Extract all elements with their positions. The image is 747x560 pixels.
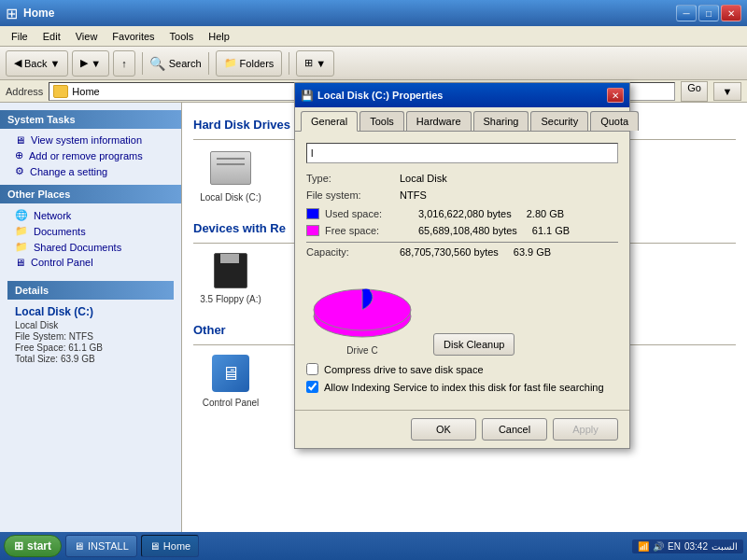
used-color-swatch xyxy=(306,208,319,219)
view-button[interactable]: ⊞ ▼ xyxy=(296,50,334,77)
index-checkbox[interactable] xyxy=(306,381,318,393)
toolbar: ◀ Back ▼ ▶ ▼ ↑ 🔍 Search 📁 Folders ⊞ ▼ xyxy=(0,47,747,80)
sidebar-item-network-label: Network xyxy=(34,210,71,221)
details-name: Local Disk (C:) xyxy=(7,305,174,320)
view-system-icon: 🖥 xyxy=(15,134,25,146)
search-icon: 🔍 xyxy=(149,56,165,71)
sidebar-item-shared-documents[interactable]: 📁 Shared Documents xyxy=(0,239,181,255)
drive-label: Drive C xyxy=(306,345,418,356)
address-go-button[interactable]: Go xyxy=(681,81,708,102)
free-row: Free space: 65,689,108,480 bytes 61.1 GB xyxy=(306,225,618,236)
capacity-label: Capacity: xyxy=(306,246,400,258)
sidebar-item-view-system[interactable]: 🖥 View system information xyxy=(0,133,181,147)
dialog-buttons: OK Cancel Apply xyxy=(295,410,629,448)
menu-file[interactable]: File xyxy=(4,29,35,44)
disk-cleanup-button[interactable]: Disk Cleanup xyxy=(433,333,514,356)
tab-hardware[interactable]: Hardware xyxy=(406,111,472,131)
sidebar-item-control-panel-label: Control Panel xyxy=(31,257,93,268)
free-label: Free space: xyxy=(325,225,418,236)
other-places-section: Other Places 🌐 Network 📁 Documents 📁 Sha… xyxy=(0,185,181,270)
up-arrow-icon: ↑ xyxy=(121,58,127,69)
menu-favorites[interactable]: Favorites xyxy=(105,29,162,44)
taskbar-home-label: Home xyxy=(163,540,190,552)
tab-general[interactable]: General xyxy=(301,111,358,132)
dialog-close-button[interactable]: ✕ xyxy=(607,88,624,103)
sidebar-item-documents-label: Documents xyxy=(34,226,86,237)
forward-button[interactable]: ▶ ▼ xyxy=(72,50,109,77)
local-disk-item[interactable]: Local Disk (C:) xyxy=(193,147,268,203)
floppy-label: 3.5 Floppy (A:) xyxy=(200,294,261,304)
local-disk-label: Local Disk (C:) xyxy=(200,192,261,203)
menu-view[interactable]: View xyxy=(68,29,106,44)
index-checkbox-row: Allow Indexing Service to index this dis… xyxy=(306,381,618,393)
type-label: Type: xyxy=(306,173,400,184)
taskbar-install[interactable]: 🖥 INSTALL xyxy=(65,535,137,557)
start-label: start xyxy=(27,539,51,553)
back-button[interactable]: ◀ Back ▼ xyxy=(6,50,68,77)
fs-row: File system: NTFS xyxy=(306,189,618,201)
control-panel-icon: 🖥 xyxy=(212,355,249,392)
type-row: Type: Local Disk xyxy=(306,173,618,184)
address-folder-icon xyxy=(53,85,68,98)
sidebar-item-control-panel[interactable]: 🖥 Control Panel xyxy=(0,255,181,270)
lang-indicator: EN xyxy=(668,541,681,552)
sidebar-item-shared-documents-label: Shared Documents xyxy=(34,242,121,253)
tab-quota[interactable]: Quota xyxy=(590,111,639,131)
details-sub2: File System: NTFS xyxy=(7,331,174,343)
properties-dialog: 💾 Local Disk (C:) Properties ✕ General T… xyxy=(294,82,630,449)
menu-help[interactable]: Help xyxy=(201,29,237,44)
taskbar-home[interactable]: 🖥 Home xyxy=(141,535,199,557)
sidebar-item-network[interactable]: 🌐 Network xyxy=(0,207,181,223)
pie-area: Drive C Disk Cleanup xyxy=(306,265,618,356)
search-label[interactable]: Search xyxy=(169,58,202,69)
clock: 03:42 xyxy=(684,541,708,552)
sidebar-item-view-system-label: View system information xyxy=(31,134,142,146)
window-controls: ─ □ ✕ xyxy=(676,5,741,21)
network-tray-icon: 📶 xyxy=(638,541,649,552)
disk-name-input[interactable] xyxy=(306,143,618,163)
used-row: Used space: 3,016,622,080 bytes 2.80 GB xyxy=(306,208,618,219)
system-tasks-title: System Tasks xyxy=(0,110,181,129)
cancel-button[interactable]: Cancel xyxy=(482,418,547,441)
documents-icon: 📁 xyxy=(15,225,28,237)
ok-button[interactable]: OK xyxy=(411,418,476,441)
sidebar-item-change-setting[interactable]: ⚙ Change a setting xyxy=(0,163,181,179)
dialog-body: Type: Local Disk File system: NTFS Used … xyxy=(295,132,629,410)
menu-bar: File Edit View Favorites Tools Help xyxy=(0,26,747,47)
view-icon: ⊞ xyxy=(304,57,313,69)
control-panel-item[interactable]: 🖥 Control Panel xyxy=(193,353,268,408)
tab-sharing[interactable]: Sharing xyxy=(473,111,529,131)
up-button[interactable]: ↑ xyxy=(113,50,135,77)
forward-dropdown-icon: ▼ xyxy=(91,58,101,69)
shared-documents-icon: 📁 xyxy=(15,241,28,253)
tab-bar: General Tools Hardware Sharing Security … xyxy=(295,107,629,132)
toolbar-separator-3 xyxy=(289,52,289,75)
compress-checkbox-row: Compress drive to save disk space xyxy=(306,363,618,375)
address-dropdown-button[interactable]: ▼ xyxy=(713,82,741,101)
tab-security[interactable]: Security xyxy=(530,111,588,131)
start-button[interactable]: ⊞ start xyxy=(4,535,62,557)
maximize-button[interactable]: □ xyxy=(698,5,719,21)
taskbar-right: 📶 🔊 EN 03:42 السبت xyxy=(632,539,743,553)
folders-button[interactable]: 📁 Folders xyxy=(216,50,283,77)
other-places-title: Other Places xyxy=(0,185,181,203)
sidebar-item-add-remove[interactable]: ⊕ Add or remove programs xyxy=(0,147,181,163)
view-dropdown-icon: ▼ xyxy=(316,58,326,69)
close-button[interactable]: ✕ xyxy=(721,5,741,21)
floppy-item[interactable]: 3.5 Floppy (A:) xyxy=(193,251,268,304)
minimize-button[interactable]: ─ xyxy=(676,5,697,21)
dialog-titlebar: 💾 Local Disk (C:) Properties ✕ xyxy=(295,83,629,107)
back-label: Back xyxy=(24,58,47,69)
compress-checkbox[interactable] xyxy=(306,363,318,375)
floppy-icon xyxy=(214,253,247,288)
back-arrow-icon: ◀ xyxy=(14,57,21,69)
apply-button[interactable]: Apply xyxy=(553,418,618,441)
tab-tools[interactable]: Tools xyxy=(359,111,404,131)
menu-edit[interactable]: Edit xyxy=(35,29,68,44)
sidebar-item-add-remove-label: Add or remove programs xyxy=(29,150,143,161)
menu-tools[interactable]: Tools xyxy=(162,29,202,44)
capacity-gb: 63.9 GB xyxy=(514,246,551,258)
fs-label: File system: xyxy=(306,189,400,201)
taskbar-install-icon: 🖥 xyxy=(74,540,84,552)
sidebar-item-documents[interactable]: 📁 Documents xyxy=(0,223,181,239)
